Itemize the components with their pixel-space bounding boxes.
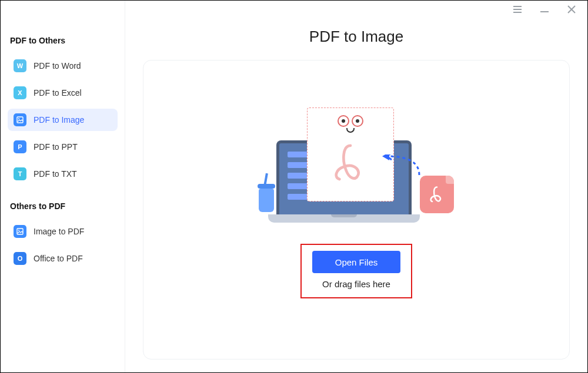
svg-point-7 (18, 118, 19, 119)
svg-point-9 (18, 230, 19, 231)
sidebar-item-pdf-to-ppt[interactable]: P PDF to PPT (8, 136, 118, 158)
main-panel: PDF to Image (125, 1, 587, 372)
sidebar: PDF to Others W PDF to Word X PDF to Exc… (1, 1, 125, 372)
open-files-highlight: Open Files Or drag files here (300, 244, 412, 298)
sidebar-item-label: PDF to Image (34, 115, 84, 125)
sidebar-item-pdf-to-txt[interactable]: T PDF to TXT (8, 163, 118, 185)
page-title: PDF to Image (143, 28, 570, 46)
sidebar-item-label: Image to PDF (34, 227, 84, 236)
svg-marker-10 (382, 154, 389, 160)
sidebar-item-image-to-pdf[interactable]: Image to PDF (8, 220, 118, 243)
acrobat-swirl-icon (330, 142, 371, 183)
ppt-icon: P (14, 140, 26, 153)
sidebar-item-label: PDF to Excel (34, 88, 82, 98)
cup-graphic (255, 178, 278, 212)
illustration (262, 107, 450, 231)
office-icon: O (14, 252, 26, 265)
pdf-file-icon (420, 176, 454, 213)
image-icon (14, 113, 26, 126)
menu-icon[interactable] (512, 4, 523, 15)
sidebar-item-office-to-pdf[interactable]: O Office to PDF (8, 247, 118, 270)
sidebar-group-title-2: Others to PDF (10, 201, 118, 211)
sidebar-item-label: PDF to PPT (34, 142, 78, 152)
sidebar-item-pdf-to-image[interactable]: PDF to Image (8, 109, 118, 131)
minimize-icon[interactable] (539, 4, 550, 15)
drop-area-card[interactable]: Open Files Or drag files here (143, 60, 570, 359)
window-controls (512, 4, 577, 15)
txt-icon: T (14, 167, 26, 180)
sidebar-item-label: PDF to TXT (34, 169, 77, 179)
sidebar-item-label: Office to PDF (34, 254, 83, 263)
open-files-button[interactable]: Open Files (312, 251, 400, 273)
sidebar-item-pdf-to-word[interactable]: W PDF to Word (8, 55, 118, 77)
arrow-dashed-icon (381, 154, 422, 178)
sidebar-item-label: PDF to Word (34, 61, 81, 70)
drag-hint-label: Or drag files here (322, 279, 390, 289)
word-icon: W (14, 59, 26, 72)
sidebar-item-pdf-to-excel[interactable]: X PDF to Excel (8, 82, 118, 104)
close-icon[interactable] (566, 4, 577, 15)
sidebar-group-title-1: PDF to Others (10, 36, 118, 45)
excel-icon: X (14, 86, 26, 99)
laptop-base-graphic (268, 214, 420, 223)
image-to-pdf-icon (14, 225, 26, 238)
